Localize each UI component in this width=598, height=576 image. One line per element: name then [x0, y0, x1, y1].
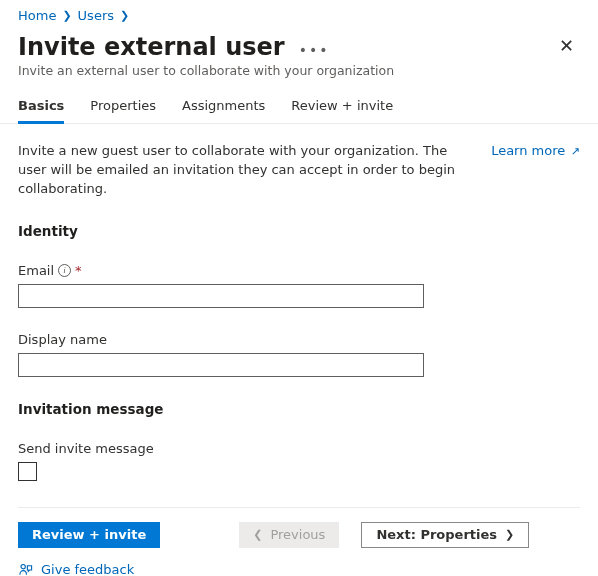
previous-label: Previous	[270, 527, 325, 542]
send-invite-label: Send invite message	[18, 441, 154, 456]
next-properties-button[interactable]: Next: Properties ❯	[361, 522, 529, 548]
tab-properties[interactable]: Properties	[90, 98, 156, 124]
tab-basics[interactable]: Basics	[18, 98, 64, 124]
previous-button: ❮ Previous	[239, 522, 339, 548]
more-icon[interactable]: •••	[299, 37, 330, 57]
tab-bar: Basics Properties Assignments Review + i…	[0, 78, 598, 124]
breadcrumb: Home ❯ Users ❯	[0, 0, 598, 27]
breadcrumb-home[interactable]: Home	[18, 8, 56, 23]
chevron-right-icon: ❯	[62, 9, 71, 22]
svg-point-0	[21, 564, 25, 568]
tab-assignments[interactable]: Assignments	[182, 98, 265, 124]
send-invite-checkbox[interactable]	[18, 462, 37, 481]
feedback-icon	[18, 562, 33, 576]
chevron-right-icon: ❯	[505, 528, 514, 541]
chevron-right-icon: ❯	[120, 9, 129, 22]
feedback-label: Give feedback	[41, 562, 134, 576]
next-label: Next: Properties	[376, 527, 497, 542]
email-field[interactable]	[18, 284, 424, 308]
close-button[interactable]: ✕	[553, 33, 580, 59]
tab-review-invite[interactable]: Review + invite	[291, 98, 393, 124]
section-invitation: Invitation message	[18, 401, 580, 417]
learn-more-link[interactable]: Learn more ↗	[491, 142, 580, 161]
external-link-icon: ↗	[567, 145, 580, 158]
breadcrumb-users[interactable]: Users	[78, 8, 114, 23]
section-identity: Identity	[18, 223, 580, 239]
info-icon[interactable]: i	[58, 264, 71, 277]
page-subtitle: Invite an external user to collaborate w…	[0, 61, 598, 78]
chevron-left-icon: ❮	[253, 528, 262, 541]
review-invite-button[interactable]: Review + invite	[18, 522, 160, 548]
display-name-field[interactable]	[18, 353, 424, 377]
give-feedback-link[interactable]: Give feedback	[0, 548, 598, 576]
display-name-label: Display name	[18, 332, 107, 347]
learn-more-label: Learn more	[491, 143, 565, 158]
required-indicator: *	[75, 263, 82, 278]
footer-actions: Review + invite ❮ Previous Next: Propert…	[0, 508, 598, 548]
intro-text: Invite a new guest user to collaborate w…	[18, 142, 475, 199]
page-title: Invite external user	[18, 33, 285, 61]
email-label: Email	[18, 263, 54, 278]
